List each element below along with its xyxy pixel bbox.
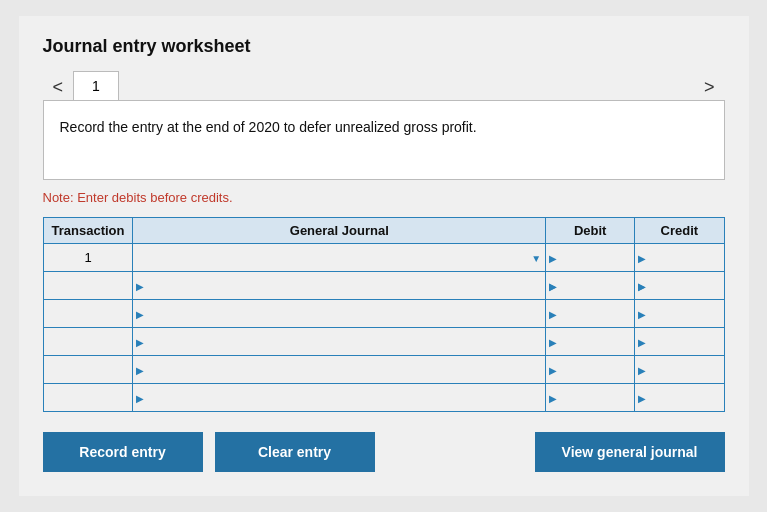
arrow-icon: ▶ — [638, 392, 646, 403]
indent-arrow-icon: ▶ — [136, 280, 144, 291]
dropdown-arrow-icon[interactable]: ▼ — [531, 252, 541, 263]
arrow-icon: ▶ — [549, 280, 557, 291]
credit-cell-5[interactable]: ▶ — [635, 356, 724, 384]
general-journal-cell-6[interactable]: ▶ — [133, 384, 546, 412]
credit-cell-3[interactable]: ▶ — [635, 300, 724, 328]
clear-entry-button[interactable]: Clear entry — [215, 432, 375, 472]
table-row: ▶ ▶ ▶ — [43, 328, 724, 356]
journal-table: Transaction General Journal Debit Credit… — [43, 217, 725, 412]
table-row: ▶ ▶ ▶ — [43, 356, 724, 384]
main-container: Journal entry worksheet < 1 > Record the… — [19, 16, 749, 496]
credit-cell-4[interactable]: ▶ — [635, 328, 724, 356]
tab-1[interactable]: 1 — [73, 71, 119, 100]
debit-cell-1[interactable] — [546, 244, 635, 272]
debit-cell-6[interactable]: ▶ — [546, 384, 635, 412]
credit-cell-2[interactable]: ▶ — [635, 272, 724, 300]
debit-cell-2[interactable]: ▶ — [546, 272, 635, 300]
header-debit: Debit — [546, 218, 635, 244]
arrow-icon: ▶ — [638, 280, 646, 291]
description-text: Record the entry at the end of 2020 to d… — [60, 119, 477, 135]
table-row: ▶ ▶ ▶ — [43, 272, 724, 300]
general-journal-cell-2[interactable]: ▶ — [133, 272, 546, 300]
debit-cell-5[interactable]: ▶ — [546, 356, 635, 384]
transaction-cell — [43, 272, 133, 300]
transaction-cell — [43, 328, 133, 356]
transaction-cell — [43, 300, 133, 328]
general-journal-cell-5[interactable]: ▶ — [133, 356, 546, 384]
page-title: Journal entry worksheet — [43, 36, 725, 57]
record-entry-button[interactable]: Record entry — [43, 432, 203, 472]
debit-cell-4[interactable]: ▶ — [546, 328, 635, 356]
arrow-icon: ▶ — [549, 364, 557, 375]
view-general-journal-button[interactable]: View general journal — [535, 432, 725, 472]
arrow-icon: ▶ — [549, 308, 557, 319]
table-row: ▶ ▶ ▶ — [43, 300, 724, 328]
table-header-row: Transaction General Journal Debit Credit — [43, 218, 724, 244]
indent-arrow-icon: ▶ — [136, 308, 144, 319]
arrow-icon: ▶ — [638, 308, 646, 319]
general-journal-cell-3[interactable]: ▶ — [133, 300, 546, 328]
header-general-journal: General Journal — [133, 218, 546, 244]
debit-cell-3[interactable]: ▶ — [546, 300, 635, 328]
button-row: Record entry Clear entry View general jo… — [43, 432, 725, 472]
arrow-icon: ▶ — [549, 392, 557, 403]
credit-cell-6[interactable]: ▶ — [635, 384, 724, 412]
general-journal-cell-4[interactable]: ▶ — [133, 328, 546, 356]
tab-navigation: < 1 > — [43, 71, 725, 100]
indent-arrow-icon: ▶ — [136, 392, 144, 403]
indent-arrow-icon: ▶ — [136, 364, 144, 375]
credit-cell-1[interactable] — [635, 244, 724, 272]
tab-prev-button[interactable]: < — [43, 74, 74, 100]
indent-arrow-icon: ▶ — [136, 336, 144, 347]
header-transaction: Transaction — [43, 218, 133, 244]
tab-next-button[interactable]: > — [694, 74, 725, 100]
note-text: Note: Enter debits before credits. — [43, 190, 725, 205]
general-journal-cell-1[interactable]: ▼ — [133, 244, 546, 272]
transaction-cell: 1 — [43, 244, 133, 272]
arrow-icon: ▶ — [549, 336, 557, 347]
header-credit: Credit — [635, 218, 724, 244]
table-row: 1 ▼ — [43, 244, 724, 272]
transaction-cell — [43, 356, 133, 384]
description-box: Record the entry at the end of 2020 to d… — [43, 100, 725, 180]
table-row: ▶ ▶ ▶ — [43, 384, 724, 412]
transaction-cell — [43, 384, 133, 412]
arrow-icon: ▶ — [638, 336, 646, 347]
arrow-icon: ▶ — [638, 364, 646, 375]
